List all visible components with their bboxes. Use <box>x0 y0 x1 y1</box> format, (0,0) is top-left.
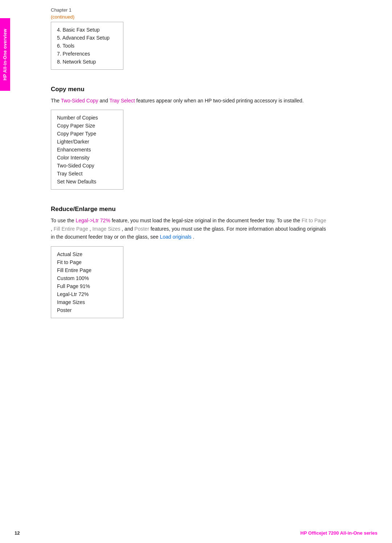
reduce-enlarge-menu-list: Actual Size Fit to Page Fill Entire Page… <box>57 250 117 314</box>
intro-after: features appear only when an HP two-side… <box>136 98 304 104</box>
reduce-enlarge-intro: To use the Legal->Ltr 72% feature, you m… <box>51 216 327 241</box>
sidebar-tab: HP All-in-One overview <box>0 18 10 91</box>
list-item: Full Page 91% <box>57 282 117 290</box>
and-text: , and <box>122 226 134 232</box>
list-item: Two-Sided Copy <box>57 162 117 170</box>
list-item: 6. Tools <box>57 42 117 50</box>
tray-select-highlight: Tray Select <box>109 98 135 104</box>
list-item: Color Intensity <box>57 154 117 162</box>
list-item: 5. Advanced Fax Setup <box>57 34 117 42</box>
list-item: Poster <box>57 306 117 314</box>
list-item: Fit to Page <box>57 258 117 266</box>
list-item: Actual Size <box>57 250 117 258</box>
list-item: 7. Preferences <box>57 50 117 58</box>
para-period: . <box>193 234 194 240</box>
list-item: Copy Paper Size <box>57 122 117 130</box>
list-item: Custom 100% <box>57 274 117 282</box>
continued-label: (continued) <box>51 14 370 20</box>
copy-menu-box: Number of Copies Copy Paper Size Copy Pa… <box>51 110 123 190</box>
reduce-enlarge-menu-box: Actual Size Fit to Page Fill Entire Page… <box>51 246 123 318</box>
chapter-label: Chapter 1 <box>51 7 370 13</box>
image-sizes-highlight: Image Sizes <box>92 226 120 232</box>
comma1: , <box>51 226 54 232</box>
list-item: Lighter/Darker <box>57 138 117 146</box>
fill-entire-page-highlight: Fill Entire Page <box>54 226 88 232</box>
poster-highlight: Poster <box>134 226 149 232</box>
para-after-legal: feature, you must load the legal-size or… <box>112 218 302 223</box>
reduce-enlarge-heading: Reduce/Enlarge menu <box>51 206 370 213</box>
intro-text-before: The <box>51 98 61 104</box>
setup-menu-box: 4. Basic Fax Setup 5. Advanced Fax Setup… <box>51 22 123 70</box>
product-name: HP Officejet 7200 All-in-One series <box>301 530 377 536</box>
list-item: 8. Network Setup <box>57 58 117 66</box>
fit-to-page-highlight: Fit to Page <box>302 218 326 223</box>
setup-menu-list: 4. Basic Fax Setup 5. Advanced Fax Setup… <box>57 26 117 66</box>
main-content: Chapter 1 (continued) 4. Basic Fax Setup… <box>15 0 392 347</box>
para-before-legal: To use the <box>51 218 76 223</box>
sidebar-tab-label: HP All-in-One overview <box>3 29 8 80</box>
list-item: Enhancements <box>57 146 117 154</box>
copy-menu-heading: Copy menu <box>51 86 370 93</box>
list-item: Copy Paper Type <box>57 130 117 138</box>
two-sided-copy-highlight: Two-Sided Copy <box>61 98 98 104</box>
copy-menu-intro: The Two-Sided Copy and Tray Select featu… <box>51 97 327 105</box>
list-item: Set New Defaults <box>57 178 117 186</box>
list-item: Legal-Ltr 72% <box>57 290 117 298</box>
list-item: Fill Entire Page <box>57 266 117 274</box>
list-item: Number of Copies <box>57 114 117 122</box>
legal-ltr-highlight: Legal->Ltr 72% <box>76 218 110 223</box>
list-item: 4. Basic Fax Setup <box>57 26 117 34</box>
load-originals-link[interactable]: Load originals <box>160 234 191 240</box>
copy-menu-list: Number of Copies Copy Paper Size Copy Pa… <box>57 114 117 186</box>
list-item: Image Sizes <box>57 298 117 306</box>
intro-and: and <box>99 98 109 104</box>
list-item: Tray Select <box>57 170 117 178</box>
page-footer: 12 HP Officejet 7200 All-in-One series <box>15 530 377 536</box>
page-number: 12 <box>15 530 20 536</box>
